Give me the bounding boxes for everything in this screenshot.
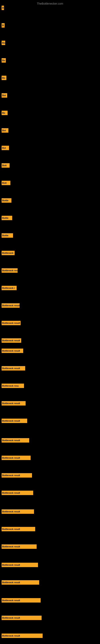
bar-item: Bottleneck resu	[1, 384, 24, 388]
bar-label: Bottleneck resu	[2, 384, 19, 387]
bar-item: Bottleneck result	[1, 456, 31, 460]
bar-label: Bottleneck result	[2, 492, 20, 494]
bar-label: B	[2, 24, 4, 26]
bar-item: Bottle	[1, 233, 13, 238]
bar-label: Bottleneck result	[2, 599, 20, 602]
bar-item: Bot	[1, 128, 8, 132]
bar-item: Bottleneck result	[1, 544, 37, 549]
bar-label: Bottleneck result	[2, 546, 20, 548]
bar-label: Bottleneck r	[2, 287, 15, 289]
bar-item: Bot	[1, 146, 9, 150]
bar-item: Bottleneck result	[1, 366, 25, 370]
bar-item: Bottleneck result	[1, 303, 20, 308]
bar-item: Bottleneck result	[1, 509, 34, 514]
bar-label: Bottleneck result	[2, 339, 20, 342]
bar-item: Bo	[1, 41, 5, 45]
bar-label: Bottleneck result	[2, 617, 20, 619]
bar-item: Bott	[1, 163, 10, 168]
bar-label: Bott	[2, 182, 7, 184]
bar-item: Bottle	[1, 198, 11, 203]
bar-item: Bottle	[1, 216, 12, 220]
bar-item: Bottleneck result	[1, 563, 38, 567]
bar-label: Bottle	[2, 234, 8, 237]
bar-label: Bottleneck result	[2, 528, 20, 530]
bar-item: Bo	[1, 58, 6, 62]
bar-item: Bottleneck result	[1, 598, 41, 602]
bar-label: Bottleneck result	[2, 322, 20, 324]
bar-item: Bot	[1, 93, 7, 98]
bar-label: Bottleneck result	[2, 304, 20, 307]
bar-label: Bottleneck result	[2, 634, 20, 637]
bar-label: Bottleneck result	[2, 564, 20, 566]
bar-label: Bottleneck result	[2, 581, 20, 584]
bar-label: Bo	[2, 42, 5, 44]
bar-label: Bot	[2, 147, 6, 149]
bar-item: Bottleneck r	[1, 286, 17, 290]
bar-label: Bottleneck result	[2, 474, 20, 476]
bar-item: Bottleneck result	[1, 418, 27, 423]
site-title: TheBottlenecker.com	[0, 0, 100, 6]
bar-item: Bottleneck result	[1, 616, 42, 620]
bar-item: Bo	[1, 76, 6, 80]
bar-item: Bottleneck result	[1, 491, 33, 495]
bar-item: Bottleneck result	[1, 348, 23, 353]
bar-item: B	[1, 6, 4, 10]
bar-label: Bo	[2, 112, 5, 114]
bar-item: Bottleneck result	[1, 634, 43, 638]
bar-item: B	[1, 23, 4, 28]
bar-label: Bottleneck result	[2, 457, 20, 459]
bar-label: Bottleneck result	[2, 350, 20, 352]
bar-item: Bottleneck result	[1, 438, 29, 442]
bar-item: Bottleneck result	[1, 401, 26, 406]
bar-label: Bot	[2, 129, 6, 132]
bar-label: Bottle	[2, 199, 8, 202]
bar-label: Bottleneck result	[2, 367, 20, 370]
bar-label: Bott	[2, 164, 7, 167]
bar-item: Bottleneck result	[1, 338, 21, 343]
bar-item: Bottleneck result	[1, 321, 21, 325]
bar-label: Bottleneck result	[2, 439, 20, 442]
bar-item: Bottleneck result	[1, 527, 35, 531]
bar-label: Bo	[2, 77, 5, 79]
bar-item: Bott	[1, 181, 10, 185]
bar-label: Bottleneck result	[2, 402, 20, 404]
bar-item: Bottleneck result	[1, 473, 32, 478]
bar-item: Bo	[1, 111, 8, 115]
bar-label: Bottle	[2, 217, 8, 219]
bar-label: Bottleneck	[2, 252, 13, 254]
bar-label: B	[2, 7, 4, 9]
bar-label: Bot	[2, 94, 6, 96]
bar-item: Bottleneck resu	[1, 268, 18, 273]
bar-item: Bottleneck result	[1, 580, 39, 585]
bar-label: Bottleneck resu	[2, 269, 18, 272]
bar-item: Bottleneck	[1, 251, 15, 255]
bar-label: Bo	[2, 59, 5, 62]
bar-label: Bottleneck result	[2, 510, 20, 513]
bar-label: Bottleneck result	[2, 420, 20, 422]
